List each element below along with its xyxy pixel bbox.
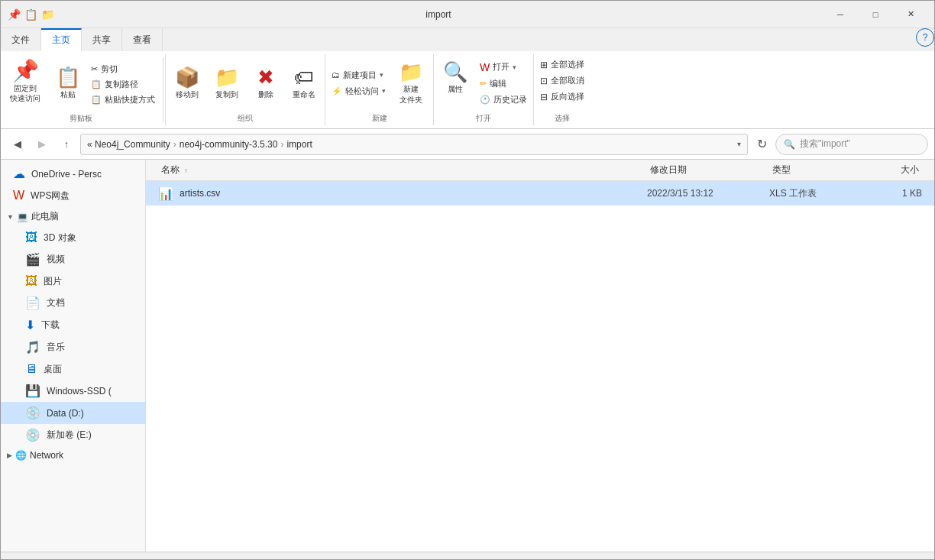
new-label: 新建 (372, 112, 387, 125)
path-part-1: « Neo4j_Community (87, 139, 170, 150)
open-icon: W (480, 61, 490, 73)
sidebar-item-music[interactable]: 🎵 音乐 (1, 336, 145, 358)
copy-path-button[interactable]: 📋 复制路径 (88, 77, 158, 92)
properties-icon: 🔍 (443, 60, 467, 84)
open-dropdown[interactable]: ▾ (513, 63, 516, 71)
properties-button[interactable]: 🔍 属性 (437, 57, 474, 98)
edit-icon: ✏ (480, 79, 487, 89)
paste-icon: 📋 (56, 66, 80, 89)
rename-button[interactable]: 🏷 重命名 (286, 63, 322, 103)
new-item-button[interactable]: 🗂 新建项目 ▾ (328, 68, 389, 83)
sidebar-item-windows-ssd[interactable]: 💾 Windows-SSD ( (1, 380, 145, 402)
select-all-button[interactable]: ⊞ 全部选择 (537, 57, 587, 72)
pin-label: 固定到快速访问 (10, 83, 40, 103)
status-bar: 1 个项目 选中 1 个项目 62 字节 CSDN @爱发疯的图生 ⊞ ☰ (1, 552, 934, 560)
copyto-icon: 📁 (215, 66, 239, 89)
tab-home[interactable]: 主页 (41, 28, 82, 51)
path-sep-1: › (173, 139, 176, 150)
pin-to-quickaccess-button[interactable]: 📌 固定到快速访问 (4, 57, 47, 106)
newitem-icon: 🗂 (332, 70, 340, 79)
col-date-header[interactable]: 修改日期 (647, 163, 769, 176)
search-placeholder: 搜索"import" (800, 138, 850, 151)
clipboard-label: 剪贴板 (4, 112, 158, 125)
tab-share[interactable]: 共享 (82, 28, 122, 51)
file-list-header: 名称 ↑ 修改日期 类型 大小 (146, 160, 934, 181)
main-area: ☁ OneDrive - Persc W WPS网盘 ▼ 💻 此电脑 🖼 3D … (1, 160, 934, 552)
neue-drive-icon: 💿 (25, 428, 40, 442)
sidebar-item-onedrive[interactable]: ☁ OneDrive - Persc (1, 163, 145, 185)
sidebar-item-wps[interactable]: W WPS网盘 (1, 185, 145, 206)
sidebar-item-docs[interactable]: 📄 文档 (1, 292, 145, 314)
wps-icon: W (13, 189, 24, 202)
ribbon-group-clipboard: 📌 固定到快速访问 📋 粘贴 ✂ 剪切 📋 (1, 54, 166, 125)
sidebar-item-video[interactable]: 🎬 视频 (1, 248, 145, 270)
paste-button[interactable]: 📋 粘贴 (51, 63, 85, 103)
forward-button[interactable]: ▶ (31, 134, 53, 155)
refresh-button[interactable]: ↻ (751, 134, 772, 155)
sidebar-item-downloads[interactable]: ⬇ 下载 (1, 314, 145, 336)
file-row-artists[interactable]: 📊 artists.csv 2022/3/15 13:12 XLS 工作表 1 … (146, 181, 934, 206)
copy-icon: 📋 (24, 8, 37, 21)
help-button[interactable]: ? (916, 28, 934, 47)
search-icon: 🔍 (784, 139, 795, 150)
move-to-button[interactable]: 📦 移动到 (169, 63, 205, 103)
new-folder-button[interactable]: 📁 新建文件夹 (392, 57, 430, 108)
ribbon-content: 📌 固定到快速访问 📋 粘贴 ✂ 剪切 📋 (1, 51, 934, 129)
title-bar: 📌 📋 📁 import ─ □ ✕ (1, 1, 934, 28)
ribbon-group-organize: 📦 移动到 📁 复制到 ✖ 删除 🏷 重命名 (166, 54, 325, 125)
path-sep-2: › (280, 139, 283, 150)
invert-icon: ⊟ (540, 92, 548, 102)
windowsssd-icon: 💾 (25, 384, 40, 398)
sidebar-item-desktop[interactable]: 🖥 桌面 (1, 358, 145, 380)
close-button[interactable]: ✕ (893, 1, 928, 28)
col-type-header[interactable]: 类型 (769, 163, 861, 176)
network-label: Network (30, 450, 63, 461)
network-icon: 🌐 (15, 450, 27, 461)
easy-access-button[interactable]: ⚡ 轻松访问 ▾ (328, 84, 389, 99)
edit-button[interactable]: ✏ 编辑 (477, 76, 530, 91)
address-path[interactable]: « Neo4j_Community › neo4j-community-3.5.… (80, 134, 748, 155)
maximize-button[interactable]: □ (858, 1, 893, 28)
select-none-button[interactable]: ⊡ 全部取消 (537, 73, 587, 88)
invert-selection-button[interactable]: ⊟ 反向选择 (537, 89, 587, 104)
sidebar-item-3d[interactable]: 🖼 3D 对象 (1, 227, 145, 248)
minimize-button[interactable]: ─ (823, 1, 858, 28)
address-bar: ◀ ▶ ↑ « Neo4j_Community › neo4j-communit… (1, 129, 934, 160)
pin-icon: 📌 (7, 8, 21, 21)
easyaccess-icon: ⚡ (332, 86, 342, 96)
col-name-header[interactable]: 名称 ↑ (158, 163, 647, 176)
copypath-icon: 📋 (91, 79, 102, 89)
open-label: 打开 (476, 112, 491, 125)
copy-to-button[interactable]: 📁 复制到 (209, 63, 245, 103)
folder-icon: 📁 (40, 8, 54, 21)
paste-shortcut-button[interactable]: 📋 粘贴快捷方式 (88, 92, 158, 107)
newitem-dropdown[interactable]: ▾ (380, 71, 383, 79)
sidebar-item-picture[interactable]: 🖼 图片 (1, 270, 145, 292)
open-button[interactable]: W 打开 ▾ (477, 60, 530, 75)
sidebar-section-thispc[interactable]: ▼ 💻 此电脑 (1, 206, 145, 227)
sidebar-item-data[interactable]: 💿 Data (D:) (1, 402, 145, 424)
tab-view[interactable]: 查看 (122, 28, 163, 51)
search-box[interactable]: 🔍 搜索"import" (775, 134, 928, 155)
sidebar-section-network[interactable]: ▶ 🌐 Network (1, 446, 145, 465)
ribbon-tabs: 文件 主页 共享 查看 ? (1, 28, 934, 51)
delete-button[interactable]: ✖ 删除 (248, 63, 283, 103)
col-size-header[interactable]: 大小 (861, 163, 922, 176)
pin-big-icon: 📌 (12, 60, 39, 82)
chevron-network-icon: ▶ (7, 452, 12, 459)
up-button[interactable]: ↑ (56, 134, 77, 155)
divider-1 (163, 57, 163, 122)
path-dropdown-icon[interactable]: ▾ (737, 140, 741, 148)
copy-icon-sm: ✂ (91, 64, 98, 74)
easyaccess-dropdown[interactable]: ▾ (382, 87, 386, 95)
tab-file[interactable]: 文件 (1, 28, 41, 51)
rename-icon: 🏷 (294, 66, 314, 89)
back-button[interactable]: ◀ (7, 134, 28, 155)
history-button[interactable]: 🕐 历史记录 (477, 92, 530, 107)
file-list: 名称 ↑ 修改日期 类型 大小 📊 artists.csv 2022/3/15 … (146, 160, 934, 552)
copy-button[interactable]: ✂ 剪切 (88, 62, 158, 76)
moveto-icon: 📦 (175, 66, 199, 89)
csv-file-icon: 📊 (158, 186, 173, 201)
sidebar-item-neue[interactable]: 💿 新加卷 (E:) (1, 424, 145, 446)
tab-spacer (163, 28, 910, 51)
